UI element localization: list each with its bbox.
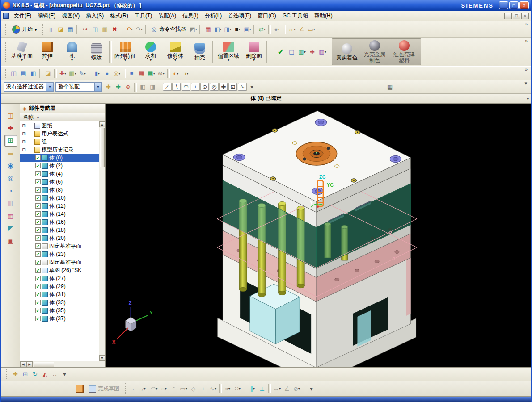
fit-view-icon[interactable]: ⊞: [21, 370, 30, 379]
expander-icon[interactable]: ⊞: [21, 123, 26, 128]
visibility-checkbox[interactable]: [28, 123, 33, 128]
snap-intersection-icon[interactable]: ✚: [219, 83, 228, 91]
dots-options-icon[interactable]: ∷: [50, 370, 59, 379]
scroll-right-icon[interactable]: ▶: [26, 361, 33, 367]
history-icon[interactable]: ◔: [4, 185, 17, 197]
measure-angle-icon[interactable]: ∠: [297, 25, 306, 34]
true-shading-button[interactable]: 真实着色: [334, 39, 360, 65]
dropdown-arrow-icon[interactable]: ▼: [94, 83, 101, 91]
tree-item-body-27[interactable]: ✔ 体 (27): [20, 274, 99, 282]
restore-button[interactable]: □: [509, 1, 519, 9]
menu-analysis[interactable]: 分析(L): [202, 11, 225, 21]
snap-face-icon[interactable]: ⊡: [228, 83, 237, 91]
cylinder-icon[interactable]: ▮▾: [93, 69, 102, 78]
visibility-checkbox[interactable]: [28, 147, 33, 152]
list-view-icon[interactable]: ≡: [127, 69, 136, 78]
roles-icon[interactable]: ◩: [4, 222, 17, 234]
visibility-checkbox[interactable]: [28, 131, 33, 136]
web-browser-icon[interactable]: ◎: [4, 172, 17, 184]
visibility-checkbox[interactable]: ✔: [35, 195, 41, 201]
reuse-library-icon[interactable]: ▤: [4, 147, 17, 159]
pmi-icon[interactable]: ✚▾: [58, 69, 68, 78]
trim-body-button[interactable]: 修剪体 ▾: [163, 39, 187, 65]
tree-item-model-history[interactable]: ⊟ 模型历史记录: [20, 146, 99, 154]
grid-display-icon[interactable]: ▦: [385, 83, 395, 92]
process-studio-icon[interactable]: ▥: [4, 197, 17, 209]
show-constraints-icon[interactable]: ⊘▾: [292, 384, 301, 393]
mini-sheet-icon[interactable]: ▥▾: [318, 47, 327, 56]
mdi-minimize-button[interactable]: —: [504, 13, 512, 19]
visibility-checkbox[interactable]: ✔: [35, 187, 41, 193]
paste-icon[interactable]: ▥: [100, 25, 110, 34]
visibility-checkbox[interactable]: ✔: [35, 243, 41, 249]
mini-grid-icon[interactable]: ▦▾: [297, 47, 307, 56]
table-red-icon[interactable]: ▦: [137, 69, 146, 78]
tree-item-body-33[interactable]: ✔ 体 (33): [20, 298, 99, 306]
constraints-icon[interactable]: ∠: [282, 384, 291, 393]
hole-button[interactable]: 孔 ▾: [60, 39, 84, 65]
visibility-checkbox[interactable]: ✔: [35, 284, 41, 289]
visibility-checkbox[interactable]: ✔: [35, 163, 41, 168]
visibility-checkbox[interactable]: ✔: [35, 260, 41, 265]
scrollbar-thumb[interactable]: [100, 128, 105, 167]
toolbar-overflow-chevron[interactable]: »: [524, 67, 529, 72]
constraint-parallel-icon[interactable]: ∥▾: [248, 384, 257, 393]
datum-plane-button[interactable]: 基准平面 ▾: [9, 39, 35, 65]
scroll-left-icon[interactable]: ◀: [20, 361, 26, 367]
expander-icon[interactable]: ⊞: [21, 139, 26, 144]
layer-settings-icon[interactable]: ▤: [19, 69, 28, 78]
cascade-windows-icon[interactable]: ◧▾: [213, 25, 223, 34]
swap-views-icon[interactable]: ⇄▾: [258, 25, 267, 34]
tree-item-body-10[interactable]: ✔ 体 (10): [20, 194, 99, 202]
new-part-icon[interactable]: ▯: [46, 25, 55, 34]
toolbar-grip[interactable]: [5, 69, 7, 78]
tree-item-datum-plane-22[interactable]: ✔ 固定基准平面: [20, 242, 99, 250]
tree-item-body-16[interactable]: ✔ 体 (16): [20, 218, 99, 226]
toolbar-grip[interactable]: [5, 42, 7, 61]
menu-view[interactable]: 视图(V): [59, 11, 83, 21]
menu-file[interactable]: 文件(F): [11, 11, 34, 21]
gray-cube-a-icon[interactable]: ◧: [138, 83, 148, 92]
torus-icon[interactable]: ◎▾: [112, 69, 122, 78]
approve-check-icon[interactable]: ✔: [275, 46, 286, 57]
visibility-checkbox[interactable]: ✔: [35, 219, 41, 225]
annotation-icon[interactable]: ▥▾: [68, 69, 77, 78]
visibility-checkbox[interactable]: ✔: [35, 268, 41, 273]
snap-curve-icon[interactable]: ∿: [238, 83, 247, 91]
point-icon[interactable]: +: [198, 384, 208, 393]
tree-item-body-31[interactable]: ✔ 体 (31): [20, 290, 99, 298]
redo-icon[interactable]: ↷▾: [135, 25, 144, 34]
tree-item-body-12[interactable]: ✔ 体 (12): [20, 202, 99, 210]
rowa-more-arrow[interactable]: ▾: [60, 370, 69, 379]
menu-assemblies[interactable]: 装配(A): [155, 11, 179, 21]
delete-icon[interactable]: ✖: [110, 25, 119, 34]
pan-view-icon[interactable]: ✚: [11, 370, 20, 379]
sketch-curve-icon[interactable]: ✎▾: [78, 69, 87, 78]
selection-scope-dropdown[interactable]: 整个装配 ▼: [55, 82, 102, 92]
visibility-checkbox[interactable]: ✔: [35, 227, 41, 233]
black-screen-icon[interactable]: ■▾: [233, 25, 242, 34]
close-button[interactable]: ×: [519, 1, 529, 9]
measure-distance-icon[interactable]: ↔▾: [287, 25, 296, 34]
fillet-icon[interactable]: ◜: [169, 384, 178, 393]
visibility-checkbox[interactable]: ✔: [35, 316, 41, 321]
hd3d-tool-icon[interactable]: ◉: [4, 160, 17, 172]
open-icon[interactable]: ◪: [56, 25, 65, 34]
tree-item-body-4[interactable]: ✔ 体 (4): [20, 170, 99, 178]
tree-item-body-23[interactable]: ✔ 体 (23): [20, 250, 99, 258]
visibility-checkbox[interactable]: ✔: [35, 155, 41, 160]
select-all-icon[interactable]: ✚: [104, 83, 113, 92]
expander-icon[interactable]: ⊞: [21, 131, 26, 136]
circle-icon[interactable]: ○▾: [159, 384, 169, 393]
start-button[interactable]: 开始 ▾: [9, 24, 40, 35]
locating-ring[interactable]: [296, 142, 337, 165]
visibility-checkbox[interactable]: ✔: [35, 300, 41, 305]
spline-icon[interactable]: ∿▾: [208, 384, 218, 393]
tree-item-group[interactable]: ⊞ 组: [20, 138, 99, 146]
manufacturing-wizards-icon[interactable]: ▦: [4, 210, 17, 222]
visibility-checkbox[interactable]: ✔: [35, 308, 41, 313]
visibility-checkbox[interactable]: ✔: [35, 276, 41, 281]
tree-item-body-14[interactable]: ✔ 体 (14): [20, 210, 99, 218]
tree-item-body-0[interactable]: ✔ 体 (0): [20, 154, 99, 162]
ruler-icon[interactable]: ▭▾: [307, 25, 316, 34]
